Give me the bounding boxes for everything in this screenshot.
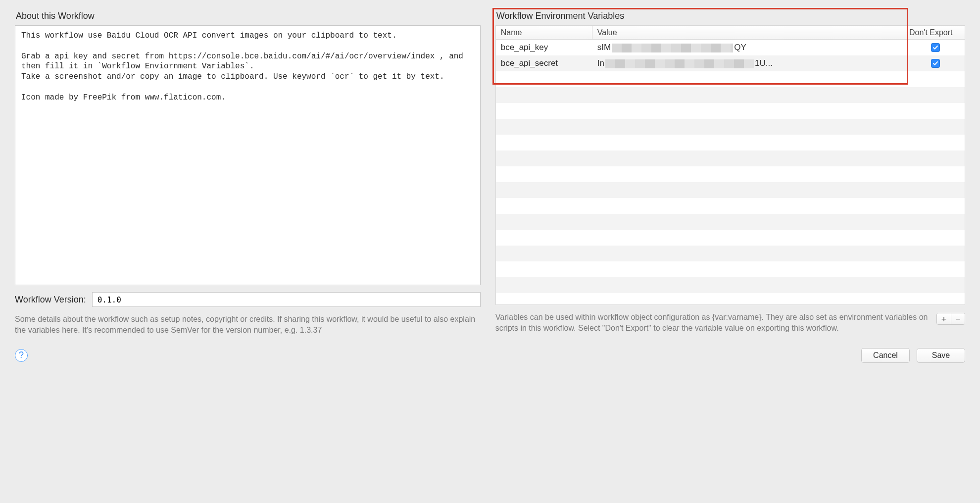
table-row[interactable]: [496, 246, 965, 261]
table-row[interactable]: [496, 135, 965, 151]
col-header-dont-export[interactable]: Don't Export: [906, 26, 965, 39]
col-header-name[interactable]: Name: [496, 26, 592, 39]
env-help-text: Variables can be used within workflow ob…: [495, 312, 931, 334]
table-row[interactable]: bce_api_keysIMQY: [496, 40, 965, 55]
env-var-name[interactable]: bce_api_secret: [496, 58, 592, 68]
add-remove-group: + −: [936, 313, 965, 325]
table-row[interactable]: [496, 293, 965, 305]
table-row[interactable]: [496, 182, 965, 198]
env-var-value[interactable]: In1U...: [592, 58, 906, 68]
table-row[interactable]: [496, 166, 965, 182]
env-header-row: Name Value Don't Export: [496, 26, 965, 40]
table-row[interactable]: [496, 214, 965, 230]
dont-export-cell: [906, 43, 965, 52]
env-var-name[interactable]: bce_api_key: [496, 43, 592, 52]
table-row[interactable]: [496, 198, 965, 214]
table-row[interactable]: [496, 261, 965, 277]
remove-variable-button[interactable]: −: [951, 313, 965, 325]
version-label: Workflow Version:: [15, 295, 86, 305]
env-var-value[interactable]: sIMQY: [592, 43, 906, 52]
dont-export-cell: [906, 59, 965, 68]
env-table: Name Value Don't Export bce_api_keysIMQY…: [495, 25, 965, 305]
table-row[interactable]: [496, 151, 965, 166]
help-button[interactable]: ?: [15, 349, 28, 362]
add-variable-button[interactable]: +: [937, 313, 951, 325]
about-help-text: Some details about the workflow such as …: [15, 314, 481, 336]
col-header-value[interactable]: Value: [592, 26, 906, 39]
about-textarea[interactable]: [15, 25, 481, 285]
table-row[interactable]: [496, 119, 965, 135]
env-body: bce_api_keysIMQYbce_api_secretIn1U...: [496, 40, 965, 305]
cancel-button[interactable]: Cancel: [861, 348, 910, 363]
table-row[interactable]: [496, 277, 965, 293]
table-row[interactable]: bce_api_secretIn1U...: [496, 55, 965, 71]
env-title: Workflow Environment Variables: [495, 11, 965, 21]
version-input[interactable]: [92, 292, 481, 307]
about-title: About this Workflow: [15, 11, 481, 21]
dont-export-checkbox[interactable]: [931, 43, 940, 52]
dont-export-checkbox[interactable]: [931, 59, 940, 68]
table-row[interactable]: [496, 103, 965, 119]
save-button[interactable]: Save: [917, 348, 965, 363]
table-row[interactable]: [496, 71, 965, 87]
table-row[interactable]: [496, 230, 965, 246]
table-row[interactable]: [496, 87, 965, 103]
